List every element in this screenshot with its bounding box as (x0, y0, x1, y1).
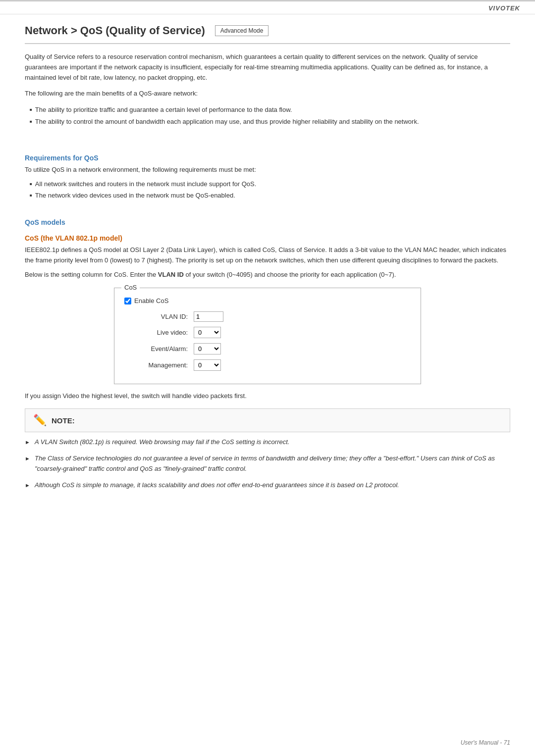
intro-paragraph: Quality of Service refers to a resource … (25, 52, 510, 83)
enable-cos-label: Enable CoS (134, 297, 168, 304)
cos-para1: IEEE802.1p defines a QoS model at OSI La… (25, 245, 510, 266)
live-video-select[interactable]: 01234567 (194, 327, 221, 338)
benefits-list: The ability to prioritize traffic and gu… (30, 105, 510, 126)
live-video-label: Live video: (134, 329, 194, 336)
qos-models-link[interactable]: QoS models (25, 218, 65, 226)
video-note: If you assign Video the highest level, t… (25, 392, 510, 400)
note-item-2: The Class of Service technologies do not… (25, 454, 510, 474)
vlan-id-label: VLAN ID: (134, 313, 194, 320)
enable-cos-row: Enable CoS (124, 297, 411, 304)
event-alarm-select[interactable]: 01234567 (194, 343, 221, 354)
live-video-row: Live video: 01234567 (124, 327, 411, 338)
note-icon: ✏️ (33, 414, 47, 427)
brand-logo: VIVOTEK (488, 4, 520, 12)
cos-para2-pre: Below is the setting column for CoS. Ent… (25, 271, 158, 278)
cos-settings-box: CoS Enable CoS VLAN ID: Live video: 0123… (114, 288, 421, 384)
benefits-intro: The following are the main benefits of a… (25, 89, 510, 99)
event-alarm-label: Event/Alarm: (134, 345, 194, 353)
note-item-3: Although CoS is simple to manage, it lac… (25, 480, 510, 491)
cos-para2: Below is the setting column for CoS. Ent… (25, 270, 510, 280)
management-row: Management: 01234567 (124, 359, 411, 371)
page-title: Network > QoS (Quality of Service) (25, 24, 205, 37)
requirement-item-2: The network video devices used in the ne… (30, 191, 510, 201)
cos-para2-post: of your switch (0~4095) and choose the p… (184, 271, 396, 278)
note-box: ✏️ NOTE: (25, 408, 510, 432)
note-item-1: A VLAN Switch (802.1p) is required. Web … (25, 437, 510, 448)
requirements-heading: Requirements for QoS (25, 154, 510, 162)
vlan-id-row: VLAN ID: (124, 311, 411, 322)
page-header: Network > QoS (Quality of Service) Advan… (25, 24, 510, 44)
requirement-item-1: All network switches and routers in the … (30, 179, 510, 189)
cos-legend: CoS (121, 284, 140, 291)
enable-cos-checkbox[interactable] (124, 298, 131, 304)
event-alarm-row: Event/Alarm: 01234567 (124, 343, 411, 354)
notes-list: A VLAN Switch (802.1p) is required. Web … (25, 437, 510, 490)
vlan-id-input[interactable] (194, 311, 223, 322)
requirements-list: All network switches and routers in the … (30, 179, 510, 201)
footer-page-label: User's Manual - 71 (461, 739, 510, 746)
management-select[interactable]: 01234567 (194, 359, 221, 371)
benefit-item-2: The ability to control the amount of ban… (30, 117, 510, 127)
benefit-item-1: The ability to prioritize traffic and gu… (30, 105, 510, 115)
cos-para2-bold: VLAN ID (158, 271, 184, 278)
management-label: Management: (134, 361, 194, 369)
main-content: Network > QoS (Quality of Service) Advan… (0, 14, 535, 516)
cos-heading: CoS (the VLAN 802.1p model) (25, 234, 510, 242)
advanced-mode-button[interactable]: Advanced Mode (215, 25, 269, 36)
requirements-intro: To utilize QoS in a network environment,… (25, 165, 510, 175)
top-bar: VIVOTEK (0, 0, 535, 14)
note-label: NOTE: (52, 416, 75, 425)
